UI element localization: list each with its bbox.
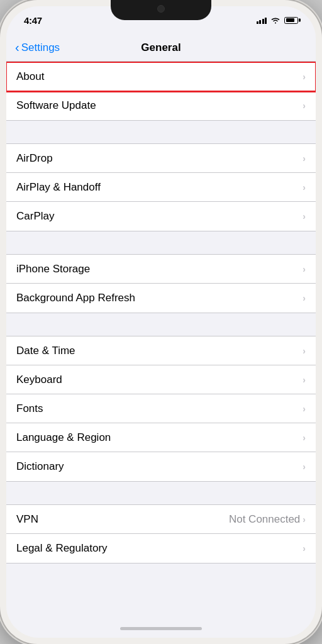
software-update-row[interactable]: Software Update ›: [6, 91, 316, 120]
about-chevron-icon: ›: [303, 72, 306, 82]
airplay-handoff-row[interactable]: AirPlay & Handoff ›: [6, 173, 316, 202]
page-title: General: [141, 42, 180, 54]
dictionary-label: Dictionary: [16, 460, 64, 473]
notch: [111, 0, 211, 20]
fonts-row[interactable]: Fonts ›: [6, 394, 316, 423]
legal-regulatory-label: Legal & Regulatory: [16, 542, 108, 555]
status-icons: [257, 16, 299, 24]
language-region-row[interactable]: Language & Region ›: [6, 423, 316, 452]
settings-content: About › Software Update › AirDrop: [6, 62, 316, 619]
back-label: Settings: [21, 42, 60, 54]
software-update-chevron-icon: ›: [303, 101, 306, 111]
keyboard-row[interactable]: Keyboard ›: [6, 365, 316, 394]
iphone-storage-label: iPhone Storage: [16, 263, 90, 275]
home-indicator: [6, 619, 316, 638]
airplay-chevron-icon: ›: [303, 182, 306, 192]
back-button[interactable]: ‹ Settings: [15, 42, 60, 54]
about-label: About: [16, 70, 44, 83]
spacer-4: [6, 313, 316, 336]
keyboard-chevron-icon: ›: [303, 375, 306, 385]
battery-icon: [284, 17, 298, 24]
home-bar: [120, 627, 202, 630]
vpn-row[interactable]: VPN Not Connected ›: [6, 505, 316, 534]
spacer-2: [6, 121, 316, 143]
keyboard-label: Keyboard: [16, 374, 62, 386]
section-group-2: AirDrop › AirPlay & Handoff › CarPlay ›: [6, 143, 316, 231]
carplay-label: CarPlay: [16, 210, 54, 223]
section-group-5: VPN Not Connected › Legal & Regulatory ›: [6, 504, 316, 564]
legal-chevron-icon: ›: [303, 543, 306, 553]
software-update-label: Software Update: [16, 99, 96, 112]
airdrop-chevron-icon: ›: [303, 153, 306, 164]
date-time-row[interactable]: Date & Time ›: [6, 336, 316, 365]
screen: 4:47: [6, 6, 316, 638]
iphone-storage-row[interactable]: iPhone Storage ›: [6, 255, 316, 284]
legal-regulatory-row[interactable]: Legal & Regulatory ›: [6, 534, 316, 563]
airplay-handoff-label: AirPlay & Handoff: [16, 181, 101, 194]
spacer-3: [6, 231, 316, 254]
status-time: 4:47: [24, 15, 42, 26]
phone-frame: 4:47: [0, 0, 322, 644]
about-row[interactable]: About ›: [6, 62, 316, 91]
signal-icon: [257, 16, 267, 24]
background-app-refresh-row[interactable]: Background App Refresh ›: [6, 284, 316, 313]
airdrop-row[interactable]: AirDrop ›: [6, 144, 316, 173]
camera: [157, 5, 165, 13]
dictionary-row[interactable]: Dictionary ›: [6, 452, 316, 481]
nav-bar: ‹ Settings General: [6, 34, 316, 62]
vpn-value: Not Connected: [229, 513, 300, 526]
background-refresh-chevron-icon: ›: [303, 293, 306, 303]
back-chevron-icon: ‹: [15, 41, 19, 53]
airdrop-label: AirDrop: [16, 152, 53, 165]
date-time-label: Date & Time: [16, 345, 75, 357]
section-group-1: About › Software Update ›: [6, 62, 316, 121]
fonts-chevron-icon: ›: [303, 404, 306, 414]
background-app-refresh-label: Background App Refresh: [16, 292, 135, 304]
dictionary-chevron-icon: ›: [303, 462, 306, 472]
vpn-label: VPN: [16, 513, 38, 526]
carplay-chevron-icon: ›: [303, 211, 306, 221]
fonts-label: Fonts: [16, 402, 43, 415]
language-region-label: Language & Region: [16, 431, 111, 444]
vpn-chevron-icon: ›: [303, 514, 306, 525]
carplay-row[interactable]: CarPlay ›: [6, 202, 316, 231]
section-group-3: iPhone Storage › Background App Refresh …: [6, 254, 316, 313]
iphone-storage-chevron-icon: ›: [303, 264, 306, 274]
wifi-icon: [270, 16, 280, 24]
spacer-5: [6, 482, 316, 504]
section-group-4: Date & Time › Keyboard › Fonts ›: [6, 336, 316, 482]
date-time-chevron-icon: ›: [303, 346, 306, 356]
language-chevron-icon: ›: [303, 433, 306, 443]
